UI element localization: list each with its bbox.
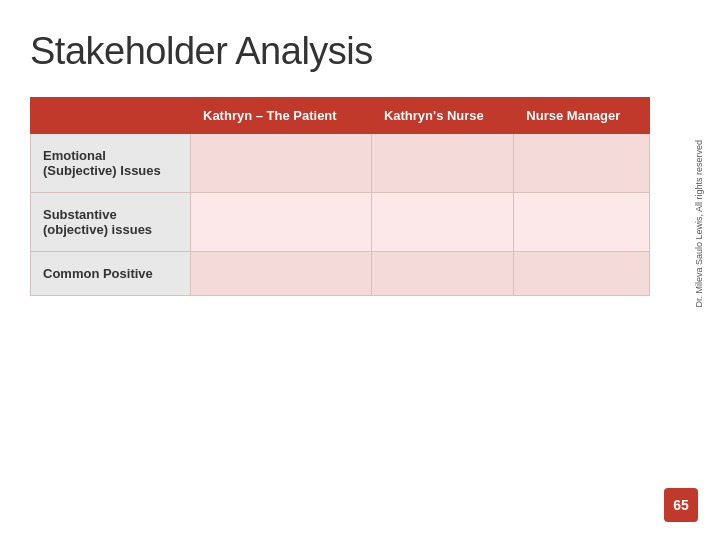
cell-substantive-nurse [371, 193, 513, 252]
cell-substantive-manager [514, 193, 650, 252]
table-wrapper: Kathryn – The Patient Kathryn's Nurse Nu… [30, 97, 650, 296]
col-header-kathryn: Kathryn – The Patient [191, 98, 372, 134]
page-number-badge: 65 [664, 488, 698, 522]
row-label-common: Common Positive [31, 252, 191, 296]
col-header-empty [31, 98, 191, 134]
row-label-emotional: Emotional (Subjective) Issues [31, 134, 191, 193]
page-container: Stakeholder Analysis Kathryn – The Patie… [0, 0, 720, 540]
table-row: Substantive (objective) issues [31, 193, 650, 252]
cell-substantive-kathryn [191, 193, 372, 252]
cell-common-nurse [371, 252, 513, 296]
cell-emotional-kathryn [191, 134, 372, 193]
stakeholder-table: Kathryn – The Patient Kathryn's Nurse Nu… [30, 97, 650, 296]
col-header-nurse: Kathryn's Nurse [371, 98, 513, 134]
cell-common-kathryn [191, 252, 372, 296]
col-header-manager: Nurse Manager [514, 98, 650, 134]
page-title: Stakeholder Analysis [30, 30, 670, 73]
table-row: Common Positive [31, 252, 650, 296]
table-row: Emotional (Subjective) Issues [31, 134, 650, 193]
table-header-row: Kathryn – The Patient Kathryn's Nurse Nu… [31, 98, 650, 134]
cell-emotional-nurse [371, 134, 513, 193]
cell-common-manager [514, 252, 650, 296]
copyright-text: Dr. Mileva Saulo Lewis, All rights reser… [694, 140, 712, 308]
row-label-substantive: Substantive (objective) issues [31, 193, 191, 252]
cell-emotional-manager [514, 134, 650, 193]
